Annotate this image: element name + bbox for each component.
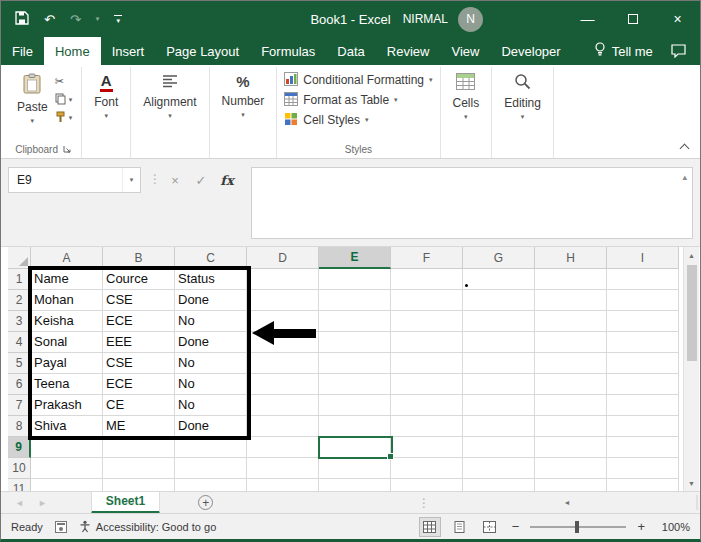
cell-C8[interactable]: Done <box>175 416 247 437</box>
column-header-B[interactable]: B <box>103 247 175 269</box>
cell-H4[interactable] <box>535 332 607 353</box>
cell-I5[interactable] <box>607 353 679 374</box>
cell-A10[interactable] <box>31 458 103 479</box>
cell-H10[interactable] <box>535 458 607 479</box>
cell-E4[interactable] <box>319 332 391 353</box>
cell-A6[interactable]: Teena <box>31 374 103 395</box>
tab-view[interactable]: View <box>440 37 490 65</box>
cell-B2[interactable]: CSE <box>103 290 175 311</box>
sheet-nav-right-icon[interactable]: ► <box>38 498 47 508</box>
horizontal-scrollbar-track[interactable] <box>696 495 698 510</box>
zoom-slider[interactable] <box>530 526 626 528</box>
cell-H2[interactable] <box>535 290 607 311</box>
cell-D1[interactable] <box>247 269 319 290</box>
dialog-launcher-icon[interactable] <box>63 144 71 155</box>
redo-icon[interactable]: ↷ <box>70 13 81 26</box>
cell-I3[interactable] <box>607 311 679 332</box>
formula-bar-splitter[interactable]: ⋮ <box>149 172 161 186</box>
cell-B9[interactable] <box>103 437 175 458</box>
tab-developer[interactable]: Developer <box>490 37 571 65</box>
cell-G1[interactable] <box>463 269 535 290</box>
vertical-scrollbar[interactable]: ▲ ▼ <box>683 247 699 491</box>
cell-F7[interactable] <box>391 395 463 416</box>
cell-A7[interactable]: Prakash <box>31 395 103 416</box>
cell-H5[interactable] <box>535 353 607 374</box>
column-header-C[interactable]: C <box>175 247 247 269</box>
column-header-I[interactable]: I <box>607 247 679 269</box>
cell-H7[interactable] <box>535 395 607 416</box>
cell-E5[interactable] <box>319 353 391 374</box>
horizontal-scrollbar[interactable]: ◄ ► <box>438 494 696 511</box>
cell-C10[interactable] <box>175 458 247 479</box>
zoom-out-button[interactable]: − <box>509 519 523 534</box>
cell-D3[interactable] <box>247 311 319 332</box>
cell-A9[interactable] <box>31 437 103 458</box>
cell-E6[interactable] <box>319 374 391 395</box>
save-icon[interactable] <box>15 11 29 27</box>
row-header-1[interactable]: 1 <box>8 269 31 290</box>
cell-E10[interactable] <box>319 458 391 479</box>
page-layout-view-button[interactable] <box>449 517 471 537</box>
cell-B3[interactable]: ECE <box>103 311 175 332</box>
normal-view-button[interactable] <box>419 517 441 537</box>
number-button[interactable]: % Number ▾ <box>217 67 270 119</box>
cell-F5[interactable] <box>391 353 463 374</box>
zoom-in-button[interactable]: + <box>634 519 648 534</box>
cell-D11[interactable] <box>247 479 319 491</box>
cell-D8[interactable] <box>247 416 319 437</box>
conditional-formatting-button[interactable]: Conditional Formatting ▾ <box>284 72 432 88</box>
cell-H11[interactable] <box>535 479 607 491</box>
cell-C1[interactable]: Status <box>175 269 247 290</box>
cell-C9[interactable] <box>175 437 247 458</box>
cell-D9[interactable] <box>247 437 319 458</box>
undo-icon[interactable]: ↶ <box>44 13 55 26</box>
cell-E7[interactable] <box>319 395 391 416</box>
cell-F9[interactable] <box>391 437 463 458</box>
cell-A11[interactable] <box>31 479 103 491</box>
row-header-8[interactable]: 8 <box>8 416 31 437</box>
tab-page-layout[interactable]: Page Layout <box>155 37 250 65</box>
cell-G5[interactable] <box>463 353 535 374</box>
row-header-11[interactable]: 11 <box>8 479 31 491</box>
cell-I11[interactable] <box>607 479 679 491</box>
cell-G4[interactable] <box>463 332 535 353</box>
cell-F10[interactable] <box>391 458 463 479</box>
cell-B8[interactable]: ME <box>103 416 175 437</box>
row-header-2[interactable]: 2 <box>8 290 31 311</box>
cell-A1[interactable]: Name <box>31 269 103 290</box>
format-painter-button[interactable]: ▾ <box>55 111 73 124</box>
chevron-down-icon[interactable]: ▾ <box>122 168 140 192</box>
insert-function-button[interactable]: fx <box>215 167 239 193</box>
cell-E8[interactable] <box>319 416 391 437</box>
tab-formulas[interactable]: Formulas <box>250 37 326 65</box>
sheet-nav-left-icon[interactable]: ◄ <box>15 498 24 508</box>
column-header-H[interactable]: H <box>535 247 607 269</box>
row-header-6[interactable]: 6 <box>8 374 31 395</box>
user-name[interactable]: NIRMAL <box>403 12 448 26</box>
cell-I4[interactable] <box>607 332 679 353</box>
cell-A4[interactable]: Sonal <box>31 332 103 353</box>
cell-H1[interactable] <box>535 269 607 290</box>
zoom-slider-handle[interactable] <box>575 521 579 533</box>
minimize-button[interactable]: — <box>565 1 610 37</box>
row-header-3[interactable]: 3 <box>8 311 31 332</box>
cell-B6[interactable]: ECE <box>103 374 175 395</box>
cell-I10[interactable] <box>607 458 679 479</box>
cell-I7[interactable] <box>607 395 679 416</box>
cell-D5[interactable] <box>247 353 319 374</box>
cell-A3[interactable]: Keisha <box>31 311 103 332</box>
editing-button[interactable]: Editing ▾ <box>499 67 546 121</box>
formula-input[interactable]: ▴ <box>251 167 693 239</box>
row-header-4[interactable]: 4 <box>8 332 31 353</box>
cell-E11[interactable] <box>319 479 391 491</box>
cell-F4[interactable] <box>391 332 463 353</box>
cell-G10[interactable] <box>463 458 535 479</box>
name-box[interactable]: E9 ▾ <box>8 167 141 193</box>
cell-A2[interactable]: Mohan <box>31 290 103 311</box>
page-break-view-button[interactable] <box>479 517 501 537</box>
tab-insert[interactable]: Insert <box>101 37 156 65</box>
cell-C5[interactable]: No <box>175 353 247 374</box>
new-sheet-button[interactable]: + <box>198 495 213 510</box>
cell-I2[interactable] <box>607 290 679 311</box>
row-header-5[interactable]: 5 <box>8 353 31 374</box>
